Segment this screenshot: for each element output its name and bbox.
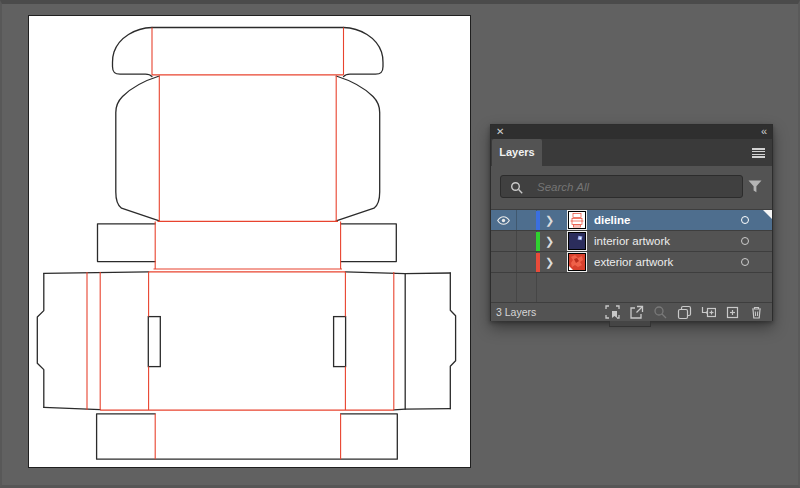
layer-color-bar <box>536 211 540 230</box>
artboard <box>28 15 471 468</box>
panel-menu-icon[interactable] <box>752 148 765 158</box>
column-divider <box>516 210 517 231</box>
layer-count-status: 3 Layers <box>496 303 536 322</box>
new-sublayer-icon[interactable] <box>701 305 716 320</box>
locate-object-icon[interactable] <box>653 305 668 320</box>
delete-trash-icon[interactable] <box>749 305 764 320</box>
layers-list: ❯ dieline ❯ <box>491 209 772 272</box>
chevron-right-icon[interactable]: ❯ <box>545 234 555 248</box>
layer-row-dieline[interactable]: ❯ dieline <box>491 209 772 230</box>
layer-row-exterior-artwork[interactable]: ❯ exterior artwork <box>491 251 772 272</box>
column-divider <box>516 231 517 252</box>
collapse-panel-icon[interactable]: « <box>761 124 766 138</box>
panel-tab-row: Layers <box>491 139 772 166</box>
target-circle[interactable] <box>741 237 749 245</box>
export-icon[interactable] <box>629 305 644 320</box>
panel-titlebar: ✕ « <box>491 125 772 139</box>
close-icon[interactable]: ✕ <box>496 125 504 139</box>
tab-layers[interactable]: Layers <box>492 139 542 166</box>
new-layer-icon[interactable] <box>725 305 740 320</box>
layer-thumbnail-interior[interactable] <box>568 232 586 250</box>
chevron-right-icon[interactable]: ❯ <box>545 255 555 269</box>
filter-funnel-icon[interactable] <box>748 180 762 193</box>
layers-panel: ✕ « Layers <box>490 124 773 321</box>
search-box[interactable] <box>500 175 743 198</box>
target-circle[interactable] <box>741 216 749 224</box>
search-icon <box>510 181 524 195</box>
layer-row-interior-artwork[interactable]: ❯ interior artwork <box>491 230 772 251</box>
target-circle[interactable] <box>741 258 749 266</box>
layers-list-empty-area <box>491 272 772 302</box>
visibility-eye-icon[interactable] <box>497 216 510 225</box>
illustrator-canvas: ✕ « Layers <box>0 0 800 488</box>
column-divider <box>516 273 517 303</box>
search-input[interactable] <box>535 176 735 197</box>
selected-corner-marker <box>763 210 772 219</box>
layer-name[interactable]: exterior artwork <box>594 252 673 273</box>
collect-for-export-icon[interactable] <box>605 305 620 320</box>
make-clipping-mask-icon[interactable] <box>677 305 692 320</box>
layer-thumbnail-dieline[interactable] <box>568 211 586 229</box>
layer-color-bar <box>536 232 540 251</box>
panel-bottom-bar: 3 Layers <box>491 302 772 321</box>
layer-color-bar <box>536 253 540 272</box>
search-row <box>491 166 772 208</box>
column-divider <box>516 252 517 273</box>
column-divider <box>536 273 537 303</box>
panel-resize-handle[interactable] <box>609 321 651 327</box>
layer-name[interactable]: interior artwork <box>594 231 670 252</box>
chevron-right-icon[interactable]: ❯ <box>545 213 555 227</box>
layer-thumbnail-exterior[interactable] <box>568 253 586 271</box>
layer-name[interactable]: dieline <box>594 210 630 231</box>
